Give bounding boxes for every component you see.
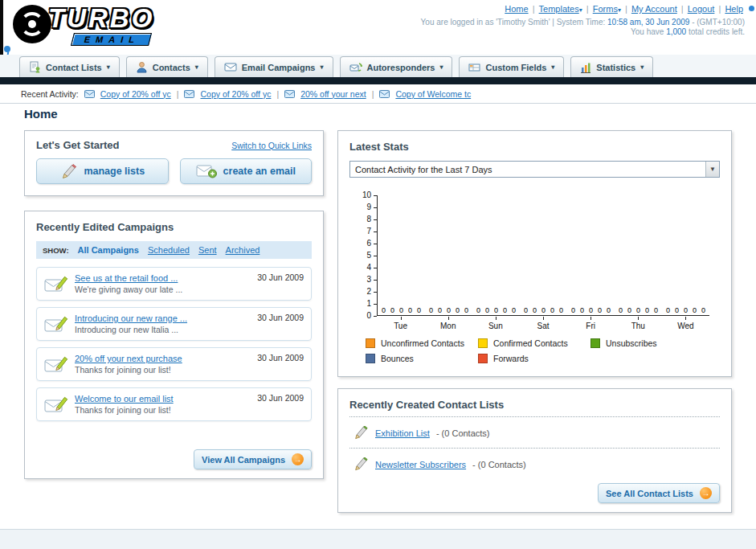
campaign-item[interactable]: Introducing our new range ...Introducing… <box>36 307 312 341</box>
see-all-contact-lists-button[interactable]: See All Contact Lists → <box>598 483 720 503</box>
zero-label-group: 00000 <box>378 306 425 314</box>
value-label: 0 <box>589 306 593 314</box>
value-label: 0 <box>390 306 394 314</box>
top-link-forms[interactable]: Forms ▾ <box>593 4 621 14</box>
campaign-item[interactable]: 20% off your next purchaseThanks for joi… <box>36 347 312 381</box>
stats-period-dropdown[interactable]: Contact Activity for the Last 7 Days ▼ <box>349 161 720 178</box>
create-email-button[interactable]: create an email <box>180 158 313 184</box>
tab-statistics[interactable]: Statistics▾ <box>570 56 653 77</box>
recent-activity-link[interactable]: Copy of Welcome tc <box>395 89 471 99</box>
filter-archived[interactable]: Archived <box>226 245 260 255</box>
value-label: 0 <box>524 306 528 314</box>
value-label: 0 <box>636 306 640 314</box>
campaign-date: 30 Jun 2009 <box>257 308 304 322</box>
legend-item: Unsubscribes <box>590 338 703 348</box>
value-label: 0 <box>675 306 679 314</box>
chart-zero-labels: 00000000000000000000000000000000000 <box>378 306 709 314</box>
legend-item: Forwards <box>478 354 590 363</box>
legend-row: Unconfirmed ContactsConfirmed ContactsUn… <box>366 338 720 348</box>
view-all-campaigns-button[interactable]: View All Campaigns → <box>194 449 312 469</box>
top-link-my-account[interactable]: My Account <box>631 4 677 14</box>
value-label: 0 <box>533 306 537 314</box>
value-label: 0 <box>382 306 386 314</box>
value-label: 0 <box>494 306 498 314</box>
top-link-home[interactable]: Home <box>505 4 528 14</box>
credits-prefix: You have <box>631 27 664 36</box>
campaign-subtitle: Thanks for joining our list! <box>75 365 182 375</box>
campaign-item[interactable]: Welcome to our email listThanks for join… <box>36 387 312 421</box>
x-axis-label: Sun <box>472 317 519 330</box>
filter-scheduled[interactable]: Scheduled <box>148 245 190 255</box>
campaign-title-link[interactable]: See us at the retail food ... <box>75 273 182 283</box>
arrow-icon: → <box>700 487 712 499</box>
contact-list-link[interactable]: Exhibition List <box>375 428 430 438</box>
tab-custom-fields[interactable]: Custom Fields▾ <box>459 56 564 77</box>
contact-list-item[interactable]: Newsletter Subscribers- (0 Contacts) <box>349 453 720 474</box>
top-link-logout[interactable]: Logout <box>688 4 715 14</box>
legend-label: Bounces <box>381 354 414 363</box>
header: TURBO EMAIL Home | Templates ▾ | Forms ▾… <box>0 0 756 55</box>
stats-period-value: Contact Activity for the Last 7 Days <box>355 165 492 174</box>
value-label: 0 <box>541 306 546 314</box>
value-label: 0 <box>654 306 658 314</box>
tab-autoresponders[interactable]: Autoresponders▾ <box>340 56 453 77</box>
tab-contact-lists[interactable]: Contact Lists▾ <box>19 56 120 77</box>
campaign-subtitle: Introducing our new Italia ... <box>75 325 187 334</box>
contact-list-link[interactable]: Newsletter Subscribers <box>375 460 466 469</box>
contact-lists-icon <box>29 61 41 73</box>
y-tick-mark <box>374 256 377 256</box>
filter-all-campaigns[interactable]: All Campaigns <box>78 245 139 255</box>
top-link-help[interactable]: Help <box>725 4 743 14</box>
campaign-title-link[interactable]: Introducing our new range ... <box>75 313 187 323</box>
recent-activity-link[interactable]: 20% off your next <box>300 89 366 99</box>
campaign-title-link[interactable]: Welcome to our email list <box>75 394 174 404</box>
custom-fields-icon <box>468 62 480 73</box>
value-label: 0 <box>627 306 631 314</box>
email-campaigns-icon <box>224 62 237 72</box>
zero-label-group: 00000 <box>615 306 662 314</box>
y-tick-mark <box>374 219 377 220</box>
y-tick-label: 6 <box>349 239 371 248</box>
recent-activity-link[interactable]: Copy of 20% off yc <box>100 89 171 99</box>
top-link-templates[interactable]: Templates ▾ <box>539 4 582 14</box>
value-label: 0 <box>598 306 602 314</box>
switch-quick-links[interactable]: Switch to Quick Links <box>231 141 312 150</box>
contact-list-item[interactable]: Exhibition List- (0 Contacts) <box>349 422 720 443</box>
manage-lists-button[interactable]: manage lists <box>36 158 169 184</box>
legend-swatch <box>590 338 600 348</box>
login-info: You are logged in as 'Timothy Smith' | S… <box>421 18 745 27</box>
campaign-item[interactable]: See us at the retail food ...We're givin… <box>36 267 312 301</box>
filter-sent[interactable]: Sent <box>198 245 217 255</box>
y-tick-label: 9 <box>349 203 371 211</box>
system-time: 10:58 am, 30 Jun 2009 <box>607 18 689 27</box>
y-tick-mark <box>374 195 377 196</box>
x-axis-label: Sat <box>519 317 566 330</box>
chevron-down-icon: ▾ <box>618 6 621 14</box>
recent-activity-link[interactable]: Copy of 20% off yc <box>200 89 271 99</box>
tab-email-campaigns[interactable]: Email Campaigns▾ <box>215 56 333 77</box>
x-axis-label: Tue <box>377 317 424 330</box>
value-label: 0 <box>408 306 412 314</box>
value-label: 0 <box>684 306 688 314</box>
value-label: 0 <box>417 306 421 314</box>
view-all-campaigns-label: View All Campaigns <box>202 455 285 465</box>
campaign-title-link[interactable]: 20% off your next purchase <box>75 354 182 363</box>
link-separator: | <box>177 89 179 99</box>
app-logo: TURBO EMAIL <box>5 2 206 48</box>
value-label: 0 <box>399 306 403 314</box>
email-icon <box>184 90 194 98</box>
tab-contacts[interactable]: Contacts▾ <box>126 56 208 77</box>
value-label: 0 <box>550 306 554 314</box>
campaigns-panel: Recently Edited Campaigns SHOW: All Camp… <box>24 211 324 479</box>
recent-activity-items: Copy of 20% off yc|Copy of 20% off yc|20… <box>84 89 471 99</box>
email-pencil-icon <box>44 355 68 374</box>
value-label: 0 <box>571 306 575 314</box>
campaign-date: 30 Jun 2009 <box>257 388 304 403</box>
value-label: 0 <box>645 306 649 314</box>
link-separator: | <box>716 4 723 14</box>
campaign-text: See us at the retail food ...We're givin… <box>75 273 182 294</box>
value-label: 0 <box>619 306 623 314</box>
dotted-divider <box>349 416 720 417</box>
value-label: 0 <box>512 306 516 314</box>
latest-stats-panel: Latest Stats Contact Activity for the La… <box>337 130 732 377</box>
